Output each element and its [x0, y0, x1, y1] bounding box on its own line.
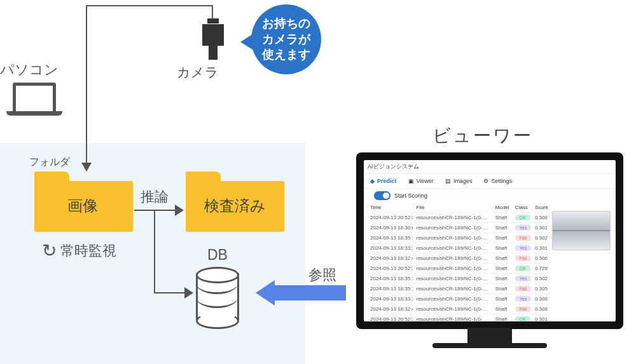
loop-icon: ↻	[42, 240, 57, 261]
start-label: Start Scoring	[394, 192, 427, 199]
bubble-text: お持ちの カメラが 使えます	[262, 16, 310, 63]
monitor: AIビジョンシステム ◆Predict ▣Viewer ▤Images ⚙Set…	[356, 152, 623, 329]
viewer-label: ビューワー	[432, 124, 533, 148]
table-row[interactable]: 2024-09-13 18:30:06.16resources/shCR-189…	[366, 223, 551, 233]
folder-checked-label: 検査済み	[204, 196, 266, 216]
tab-bar: ◆Predict ▣Viewer ▤Images ⚙Settings	[364, 174, 616, 189]
start-toggle[interactable]	[374, 191, 391, 200]
app-window: AIビジョンシステム ◆Predict ▣Viewer ▤Images ⚙Set…	[364, 160, 616, 321]
pc-label: パソコン	[0, 60, 59, 79]
monitor-foot	[432, 343, 547, 348]
arrow-to-folder	[81, 163, 92, 172]
table-row[interactable]: 2024-09-13 20:52:34.98resources/shCR-189…	[366, 213, 551, 223]
tab-settings[interactable]: ⚙Settings	[483, 178, 512, 184]
reference-arrow-body	[275, 285, 346, 300]
table-row[interactable]: 2024-09-13 18:35:15.66resources/shCR-189…	[366, 274, 551, 284]
camera-to-pc-line-v-top	[212, 5, 213, 19]
start-scoring[interactable]: Start Scoring	[364, 189, 616, 203]
camera-label: カメラ	[177, 64, 219, 81]
col-score: Score	[531, 203, 551, 213]
speech-bubble: お持ちの カメラが 使えます	[251, 4, 321, 74]
to-db-h	[154, 292, 186, 293]
db-icon	[196, 267, 239, 323]
infer-arrowhead	[175, 205, 184, 216]
tab-predict[interactable]: ◆Predict	[370, 178, 397, 184]
table-row[interactable]: 2024-09-13 20:52:34.98resources/shCR-189…	[366, 314, 551, 322]
app-title: AIビジョンシステム	[364, 160, 616, 174]
table-row[interactable]: 2024-09-13 18:32:44.47resources/shCR-189…	[366, 253, 551, 264]
camera-icon	[202, 24, 224, 46]
to-db-v	[154, 210, 155, 292]
table-row[interactable]: 2024-09-13 18:35:15.41resources/shCR-189…	[366, 284, 551, 294]
camera-top	[207, 18, 219, 24]
camera-lens	[209, 46, 218, 60]
tab-viewer[interactable]: ▣Viewer	[408, 178, 434, 184]
table-row[interactable]: 2024-09-13 18:32:44.47resources/shCR-189…	[366, 304, 551, 314]
camera-to-pc-line-h	[86, 5, 213, 6]
table-row[interactable]: 2024-09-13 18:33:35.66resources/shCR-189…	[366, 294, 551, 304]
db-label: DB	[207, 246, 228, 264]
laptop-base	[6, 111, 62, 116]
always-watch-label: 常時監視	[60, 241, 116, 260]
inference-label: 推論	[141, 187, 169, 206]
col-class: Class	[511, 203, 531, 213]
laptop-icon	[13, 83, 56, 114]
col-model: Model	[492, 203, 511, 213]
folder-images-label: 画像	[67, 196, 98, 216]
col-file: File	[413, 203, 492, 213]
folder-caption: フォルダ	[29, 156, 70, 169]
result-table: Time File Model Class Score 2024-09-13 2…	[366, 203, 551, 321]
preview-image	[552, 211, 611, 250]
table-row[interactable]: 2024-09-13 18:35:15.41resources/shCR-189…	[366, 233, 551, 243]
table-row[interactable]: 2024-09-13 20:52:34.99resources/shCR-189…	[366, 264, 551, 274]
tab-images[interactable]: ▤Images	[445, 178, 473, 184]
table-row[interactable]: 2024-09-13 18:33:35.66resources/shCR-189…	[366, 243, 551, 253]
pc-to-folder-line-v	[86, 5, 87, 164]
reference-label: 参照	[308, 266, 336, 285]
reference-arrowhead	[256, 280, 275, 306]
col-time: Time	[366, 203, 413, 213]
to-db-arrowhead	[184, 287, 193, 299]
